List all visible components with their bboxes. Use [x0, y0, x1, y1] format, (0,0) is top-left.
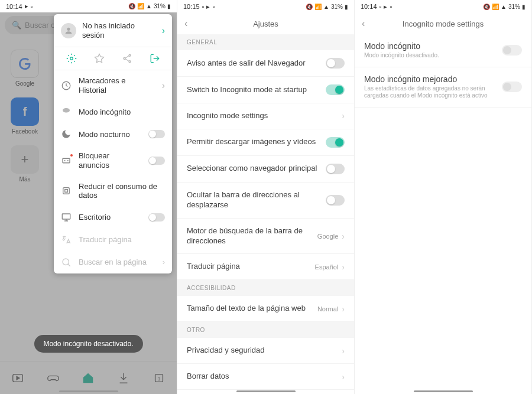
toggle-night[interactable] [148, 130, 165, 138]
row-default-browser[interactable]: Seleccionar como navegador principal [177, 156, 354, 183]
search-icon [61, 257, 72, 268]
mute-icon: 🔇 [128, 3, 135, 9]
chevron-right-icon: › [342, 304, 345, 314]
wifi-icon: 📶 [314, 4, 322, 10]
back-button[interactable]: ‹ [362, 18, 374, 29]
row-translate[interactable]: Traducir página Español › [177, 254, 354, 280]
tab-exit-icon[interactable] [150, 53, 160, 64]
setting-label: Switch to Incognito mode at startup [187, 85, 326, 95]
youtube-icon: ▸ [206, 3, 210, 11]
phone-3-incognito-settings: 10:14 ▫ ▸ ▫ 🔇 📶 ▲ 31% ▮ ‹ Incognito mode… [355, 0, 532, 394]
page-title: Incognito mode settings [374, 19, 512, 28]
toggle-adblock[interactable] [148, 157, 165, 165]
status-time: 10:15 [183, 3, 200, 10]
toggle-incognito-startup[interactable] [326, 84, 345, 95]
chevron-right-icon: › [342, 111, 345, 121]
chevron-right-icon: › [342, 232, 345, 241]
toggle-incognito-enhanced[interactable] [502, 82, 522, 92]
svg-point-5 [129, 54, 131, 56]
setting-label: Seleccionar como navegador principal [187, 164, 326, 174]
toggle-default-browser[interactable] [326, 164, 345, 174]
home-indicator[interactable] [414, 390, 473, 392]
battery-icon: ▮ [345, 4, 348, 10]
desktop-icon [61, 212, 72, 223]
cast-icon: ▫ [390, 3, 392, 10]
section-accessibility: Accesibilidad [177, 280, 354, 296]
mute-icon: 🔇 [306, 4, 313, 10]
row-privacy[interactable]: Privacidad y seguridad › [177, 338, 354, 364]
home-indicator[interactable] [236, 390, 296, 392]
menu-find-in-page[interactable]: Buscar en la página › [54, 251, 172, 273]
section-general: General [177, 34, 354, 50]
wifi-icon: 📶 [492, 4, 499, 10]
toggle-hide-addressbar[interactable] [326, 195, 345, 206]
home-indicator[interactable] [59, 390, 118, 392]
status-bar: 10:14 ▸ ▫ 🔇 📶 ▲ 31% ▮ [0, 0, 177, 12]
row-allow-download[interactable]: Permitir descargar imágenes y vídeos [177, 129, 354, 156]
setting-label: Aviso antes de salir del Navegador [187, 58, 326, 69]
settings-list[interactable]: Modo incógnito Modo incógnito desactivad… [355, 34, 531, 394]
menu-datasaver[interactable]: Reducir el consumo de datos [54, 176, 172, 206]
chevron-right-icon: › [162, 25, 165, 36]
phone-2-settings: 10:15 ▫ ▸ ▫ 🔇 📶 ▲ 31% ▮ ‹ Ajustes Genera… [177, 0, 355, 394]
menu-desktop[interactable]: Escritorio [54, 206, 172, 229]
cast-icon: ▫ [212, 3, 215, 10]
svg-point-3 [67, 27, 70, 30]
phone-1-browser-menu: 10:14 ▸ ▫ 🔇 📶 ▲ 31% ▮ 🔍 Buscar o in Goog… [0, 0, 177, 394]
chevron-right-icon: › [342, 372, 345, 382]
battery-text: 31% [508, 4, 520, 10]
row-clear-data[interactable]: Borrar datos › [177, 364, 354, 390]
row-search-engine[interactable]: Motor de búsqueda de la barra de direcci… [177, 219, 354, 255]
menu-tabs [54, 47, 172, 70]
battery-text: 31% [331, 4, 343, 10]
menu-adblock[interactable]: Bloquear anuncios [54, 145, 172, 175]
menu-label: Traducir página [79, 235, 165, 245]
setting-label: Tamaño del texto de la página web [187, 304, 317, 314]
signal-icon: ▲ [501, 4, 507, 10]
tab-share-icon[interactable] [122, 53, 132, 64]
battery-text: 31% [154, 3, 166, 9]
row-hide-addressbar[interactable]: Ocultar la barra de direcciones al despl… [177, 183, 354, 219]
row-incognito-mode[interactable]: Modo incógnito Modo incógnito desactivad… [355, 34, 531, 67]
status-time: 10:14 [361, 3, 377, 10]
status-bar: 10:14 ▫ ▸ ▫ 🔇 📶 ▲ 31% ▮ [355, 0, 531, 13]
toggle-allow-download[interactable] [326, 137, 345, 148]
svg-rect-11 [62, 214, 70, 219]
wifi-icon: 📶 [137, 3, 144, 9]
setting-label: Motor de búsqueda de la barra de direcci… [187, 226, 317, 246]
menu-incognito[interactable]: Modo incógnito [54, 100, 172, 123]
row-incognito-enhanced[interactable]: Modo incógnito mejorado Las estadísticas… [355, 67, 531, 108]
screenshot-icon: ▫ [202, 3, 205, 10]
youtube-icon: ▸ [25, 2, 28, 10]
menu-label: Modo nocturno [79, 130, 141, 139]
menu-bookmarks[interactable]: Marcadores e Historial › [54, 70, 172, 100]
menu-label: Modo incógnito [79, 108, 165, 117]
svg-point-12 [63, 259, 69, 265]
menu-account-row[interactable]: No has iniciado sesión › [54, 14, 172, 47]
menu-night-mode[interactable]: Modo nocturno [54, 123, 172, 145]
menu-translate[interactable]: Traducir página [54, 229, 172, 251]
tab-settings-icon[interactable] [66, 53, 77, 64]
setting-desc: Las estadísticas de datos agregadas no s… [364, 85, 496, 100]
settings-list[interactable]: General Aviso antes de salir del Navegad… [177, 34, 354, 394]
row-incognito-settings[interactable]: Incognito mode settings › [177, 103, 354, 129]
clock-icon [61, 80, 72, 91]
row-incognito-startup[interactable]: Switch to Incognito mode at startup [177, 77, 354, 103]
chevron-right-icon: › [162, 80, 165, 91]
row-exit-warning[interactable]: Aviso antes de salir del Navegador [177, 50, 354, 77]
cast-icon: ▫ [31, 3, 33, 10]
setting-label: Incognito mode settings [187, 111, 342, 121]
row-textsize[interactable]: Tamaño del texto de la página web Normal… [177, 296, 354, 322]
mute-icon: 🔇 [483, 4, 490, 10]
chevron-right-icon: › [342, 346, 345, 356]
back-button[interactable]: ‹ [184, 18, 196, 29]
svg-point-4 [70, 57, 73, 60]
status-time: 10:14 [6, 3, 22, 10]
setting-desc: Modo incógnito desactivado. [364, 52, 496, 60]
toggle-exit-warning[interactable] [326, 58, 345, 69]
toggle-incognito[interactable] [502, 45, 522, 56]
tab-favorites-icon[interactable] [94, 53, 105, 64]
setting-label: Traducir página [187, 262, 315, 272]
toggle-desktop[interactable] [148, 213, 165, 222]
svg-point-6 [124, 58, 125, 60]
